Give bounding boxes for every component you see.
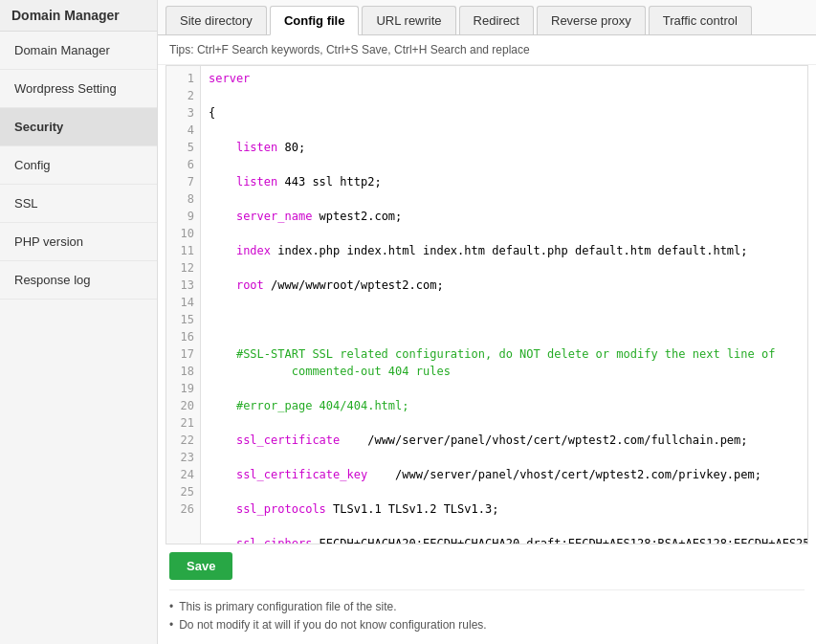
notes-section: This is primary configuration file of th… [169, 589, 805, 632]
code-editor[interactable]: 1 2 3 4 5 6 7 8 9 10 11 12 13 14 15 16 1… [165, 65, 808, 544]
sidebar-item-response-log[interactable]: Response log [0, 261, 157, 300]
line-numbers: 1 2 3 4 5 6 7 8 9 10 11 12 13 14 15 16 1… [166, 66, 201, 544]
sidebar-item-ssl[interactable]: SSL [0, 185, 157, 223]
sidebar: Domain Manager Domain Manager Wordpress … [0, 0, 158, 644]
note-item-1: This is primary configuration file of th… [169, 600, 805, 613]
sidebar-item-domain-manager[interactable]: Domain Manager [0, 32, 157, 70]
tab-traffic-control[interactable]: Traffic control [649, 6, 752, 34]
sidebar-item-php-version[interactable]: PHP version [0, 223, 157, 261]
tips-bar: Tips: Ctrl+F Search keywords, Ctrl+S Sav… [158, 35, 816, 65]
tab-redirect[interactable]: Redirect [459, 6, 534, 34]
main-content: Site directory Config file URL rewrite R… [158, 0, 816, 644]
note-item-2: Do not modify it at will if you do not k… [169, 618, 805, 632]
save-button[interactable]: Save [169, 552, 232, 580]
sidebar-item-config[interactable]: Config [0, 146, 157, 185]
tab-url-rewrite[interactable]: URL rewrite [362, 6, 455, 34]
code-text[interactable]: server { listen 80; listen 443 ssl http2… [201, 66, 807, 544]
bottom-area: Save This is primary configuration file … [158, 544, 816, 644]
sidebar-item-wordpress-setting[interactable]: Wordpress Setting [0, 70, 157, 108]
tab-reverse-proxy[interactable]: Reverse proxy [537, 6, 646, 34]
tab-config-file[interactable]: Config file [270, 6, 360, 35]
tabs-bar: Site directory Config file URL rewrite R… [158, 0, 816, 35]
sidebar-title: Domain Manager [0, 0, 157, 32]
sidebar-item-security[interactable]: Security [0, 108, 157, 146]
tab-site-directory[interactable]: Site directory [165, 6, 267, 34]
